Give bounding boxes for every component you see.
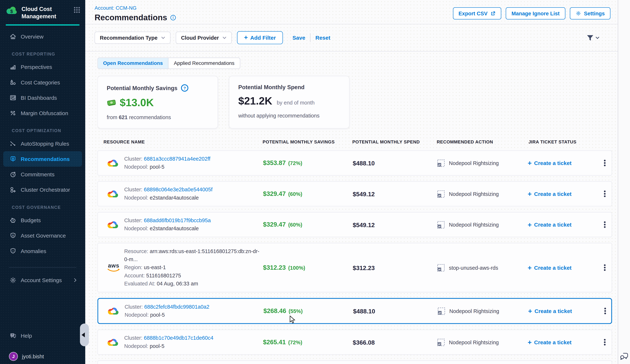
info-icon[interactable] bbox=[170, 15, 176, 21]
recommended-action-cell: Nodepool Rightsizing bbox=[435, 159, 524, 167]
sidebar-item-label: Help bbox=[21, 333, 32, 339]
sidebar-item-margin-obfuscation[interactable]: Margin Obfuscation bbox=[3, 106, 82, 121]
create-ticket-button[interactable]: + Create a ticket bbox=[524, 264, 597, 271]
table-header-row: RESOURCE NAME POTENTIAL MONTHLY SAVINGS … bbox=[98, 139, 612, 144]
piggy-bank-icon: $ bbox=[9, 217, 17, 224]
manage-ignore-list-label: Manage Ignore List bbox=[512, 10, 560, 16]
cluster-link[interactable]: 688c2fefc84fbdc99801a0a2 bbox=[144, 304, 210, 310]
sidebar-item-autostopping-rules[interactable]: AutoStopping Rules bbox=[3, 136, 82, 151]
sidebar-item-recommendations[interactable]: Recommendations bbox=[3, 151, 82, 167]
row-menu-kebab[interactable] bbox=[597, 264, 612, 271]
sidebar-item-account-settings[interactable]: Account Settings bbox=[3, 273, 82, 288]
resource-line-label: Nodepool: bbox=[124, 312, 150, 318]
cloud-provider-dropdown[interactable]: Cloud Provider bbox=[176, 32, 232, 44]
sidebar-collapse-handle[interactable] bbox=[80, 324, 89, 346]
create-ticket-button[interactable]: + Create a ticket bbox=[524, 339, 597, 346]
table-row[interactable]: Cluster: 68898c064e3e2ba0e544005fNodepoo… bbox=[98, 181, 612, 206]
table-row[interactable]: Cluster: 688c2fefc84fbdc99801a0a2Nodepoo… bbox=[98, 298, 612, 324]
column-header-resource-name: RESOURCE NAME bbox=[98, 139, 260, 144]
add-filter-button[interactable]: + Add Filter bbox=[237, 31, 282, 44]
sidebar-item-budgets[interactable]: $Budgets bbox=[3, 212, 82, 228]
account-breadcrumb-link[interactable]: Account: CCM-NG bbox=[94, 5, 137, 11]
resource-cell: Cluster: 6888b1c70e49db17c1de60c4Nodepoo… bbox=[98, 334, 260, 350]
resource-line-label: Cluster: bbox=[124, 335, 144, 341]
resource-line-label: Cluster: bbox=[124, 186, 144, 192]
resource-line: Nodepool: e2standar4autoscale bbox=[124, 194, 212, 202]
manage-ignore-list-button[interactable]: Manage Ignore List bbox=[506, 7, 565, 19]
savings-percent: (60%) bbox=[288, 222, 302, 228]
action-label: Nodepool Rightsizing bbox=[449, 308, 499, 314]
tab-open-recommendations[interactable]: Open Recommendations bbox=[98, 58, 169, 68]
content-area: Open Recommendations Applied Recommendat… bbox=[98, 51, 612, 364]
sidebar-item-bi-dashboards[interactable]: BI Dashboards bbox=[3, 90, 82, 105]
gcp-icon bbox=[107, 337, 119, 347]
recommended-action-cell: Nodepool Rightsizing bbox=[435, 339, 524, 346]
resource-line-label: Evaluated At: bbox=[124, 281, 157, 287]
sidebar-section-label: COST GOVERNANCE bbox=[3, 197, 82, 212]
export-csv-button[interactable]: Export CSV bbox=[453, 7, 502, 19]
cluster-link[interactable]: 68898c064e3e2ba0e544005f bbox=[144, 186, 212, 192]
cluster-link[interactable]: 6888b1c70e49db17c1de60c4 bbox=[144, 335, 213, 341]
resource-line-label: Cluster: bbox=[124, 217, 144, 223]
bar-chart-icon bbox=[9, 63, 17, 71]
savings-amount: $312.23 bbox=[263, 264, 286, 271]
question-circle-icon[interactable]: ? bbox=[181, 84, 189, 92]
sidebar-item-help[interactable]: ? Help bbox=[3, 328, 82, 343]
sidebar-user[interactable]: J jyoti.bisht bbox=[3, 349, 82, 364]
save-filter-button[interactable]: Save bbox=[288, 35, 310, 41]
cluster-link[interactable]: 6881a3ccc887941a4ee202ff bbox=[144, 156, 210, 162]
create-ticket-button[interactable]: + Create a ticket bbox=[524, 160, 597, 167]
table-row[interactable]: Cluster: 6881a3ccc887941a4ee202ffNodepoo… bbox=[98, 150, 612, 176]
recommended-action-cell: stop-unused-aws-rds bbox=[435, 264, 524, 271]
resource-line-value: us-east-1 bbox=[144, 264, 166, 270]
row-menu-kebab[interactable] bbox=[598, 308, 612, 314]
reset-filter-button[interactable]: Reset bbox=[310, 35, 335, 41]
sidebar-item-perspectives[interactable]: Perspectives bbox=[3, 59, 82, 75]
settings-button[interactable]: Settings bbox=[570, 7, 610, 19]
resource-line-value: pool-5 bbox=[150, 164, 164, 170]
resource-line-label: Nodepool: bbox=[124, 164, 150, 170]
create-ticket-label: Create a ticket bbox=[534, 222, 572, 228]
filter-panel-toggle[interactable] bbox=[586, 34, 600, 41]
resource-line: Nodepool: pool-5 bbox=[124, 311, 209, 319]
cluster-link[interactable]: 688add6fb019b17f9bccb95a bbox=[144, 217, 211, 223]
table-row[interactable]: Cluster: 6886e92f59a48cad86b5b1c6 $244.0… bbox=[98, 361, 612, 364]
export-csv-label: Export CSV bbox=[458, 10, 488, 16]
savings-cell: $329.47 (60%) bbox=[260, 221, 350, 228]
savings-value: $13.0K bbox=[120, 96, 154, 109]
row-menu-kebab[interactable] bbox=[597, 160, 612, 166]
sidebar-item-asset-governance[interactable]: $Asset Governance bbox=[3, 228, 82, 243]
resource-cell: Cluster: 688c2fefc84fbdc99801a0a2Nodepoo… bbox=[98, 303, 261, 319]
table-row[interactable]: Cluster: 6888b1c70e49db17c1de60c4Nodepoo… bbox=[98, 330, 612, 355]
create-ticket-button[interactable]: + Create a ticket bbox=[524, 190, 597, 197]
app-grid-icon[interactable] bbox=[74, 6, 80, 13]
table-row[interactable]: aws Resource: arn:aws:rds:us-east-1:5116… bbox=[98, 243, 612, 292]
sidebar-item-cost-categories[interactable]: Cost Categories bbox=[3, 75, 82, 90]
help-chat-icon: ? bbox=[9, 332, 17, 339]
sidebar-nav: OverviewCOST REPORTINGPerspectivesCost C… bbox=[0, 26, 85, 288]
resource-line: Cluster: 6881a3ccc887941a4ee202ff bbox=[124, 155, 210, 163]
rightsizing-icon bbox=[438, 307, 445, 315]
gear-icon bbox=[576, 10, 581, 16]
create-ticket-button[interactable]: + Create a ticket bbox=[524, 221, 597, 228]
spend-amount: $549.12 bbox=[350, 190, 435, 197]
row-menu-kebab[interactable] bbox=[597, 190, 612, 197]
sidebar-item-cluster-orchestrator[interactable]: Cluster Orchestrator bbox=[3, 182, 82, 197]
sidebar-item-label: Anomalies bbox=[21, 248, 46, 254]
row-menu-kebab[interactable] bbox=[597, 339, 612, 345]
table-row[interactable]: Cluster: 688add6fb019b17f9bccb95aNodepoo… bbox=[98, 212, 612, 237]
sidebar-item-overview[interactable]: Overview bbox=[3, 29, 82, 44]
sidebar-item-anomalies[interactable]: !Anomalies bbox=[3, 243, 82, 259]
sidebar-item-commitments[interactable]: Commitments bbox=[3, 167, 82, 182]
recommendation-type-dropdown[interactable]: Recommendation Type bbox=[94, 32, 170, 44]
savings-cell: $312.23 (100%) bbox=[260, 264, 350, 271]
recommended-action-cell: Nodepool Rightsizing bbox=[435, 221, 524, 228]
gcp-icon bbox=[107, 189, 119, 199]
tab-applied-recommendations[interactable]: Applied Recommendations bbox=[168, 58, 240, 68]
plus-icon: + bbox=[528, 190, 532, 197]
row-menu-kebab[interactable] bbox=[597, 221, 612, 228]
create-ticket-label: Create a ticket bbox=[534, 308, 572, 314]
recommendations-icon bbox=[9, 156, 17, 163]
support-chat-icon[interactable] bbox=[620, 352, 629, 361]
create-ticket-button[interactable]: + Create a ticket bbox=[524, 308, 598, 315]
